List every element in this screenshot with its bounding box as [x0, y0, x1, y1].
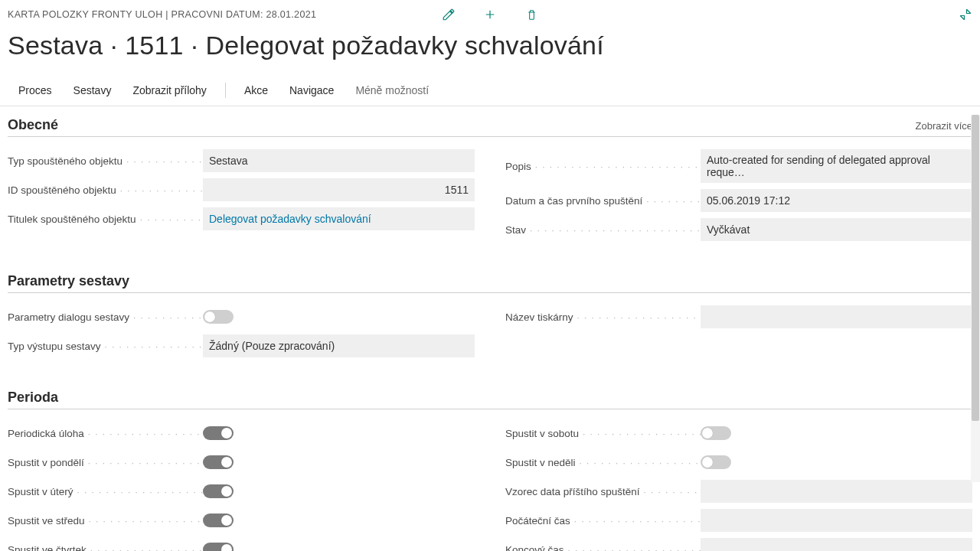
section-period-title: Perioda: [8, 390, 58, 406]
section-general-title: Obecné: [8, 117, 58, 133]
label-thu: Spustit ve čtvrtek: [8, 544, 203, 552]
label-sat: Spustit v sobotu: [505, 428, 701, 439]
section-period-header: Perioda: [8, 390, 972, 409]
add-icon[interactable]: [482, 7, 498, 22]
label-id-objektu: ID spouštěného objektu: [8, 184, 203, 196]
action-sestavy[interactable]: Sestavy: [63, 77, 122, 104]
value-pocat[interactable]: [701, 509, 972, 532]
value-vystup[interactable]: Žádný (Pouze zpracování): [203, 334, 475, 357]
section-general-header: Obecné Zobrazit více: [8, 117, 972, 137]
breadcrumb: KARTA POLOZKY FRONTY ULOH | PRACOVNI DAT…: [8, 9, 316, 20]
label-tiskarna: Název tiskárny: [505, 311, 701, 323]
label-wed: Spustit ve středu: [8, 515, 203, 527]
label-datum: Datum a čas prvního spuštění: [505, 195, 701, 207]
label-periodic: Periodická úloha: [8, 428, 203, 439]
page-title: Sestava · 1511 · Delegovat požadavky sch…: [0, 26, 980, 74]
action-proces[interactable]: Proces: [8, 77, 63, 104]
collapse-icon[interactable]: [959, 8, 972, 21]
label-sun: Spustit v neděli: [505, 457, 701, 468]
scrollbar-thumb[interactable]: [972, 115, 979, 421]
value-popis[interactable]: Auto-created for sending of delegated ap…: [701, 149, 972, 183]
value-id-objektu[interactable]: 1511: [203, 178, 475, 201]
label-typ-objektu: Typ spouštěného objektu: [8, 155, 203, 167]
toggle-wed[interactable]: [203, 514, 234, 527]
toggle-thu[interactable]: [203, 543, 234, 551]
toggle-periodic[interactable]: [203, 426, 234, 440]
value-typ-objektu[interactable]: Sestava: [203, 149, 475, 172]
value-datum[interactable]: 05.06.2019 17:12: [701, 189, 972, 212]
label-vzorec: Vzorec data příštího spuštění: [505, 486, 701, 497]
label-popis: Popis: [505, 161, 701, 172]
toggle-tue[interactable]: [203, 484, 234, 498]
divider: [225, 83, 226, 98]
value-vzorec[interactable]: [701, 480, 972, 503]
value-konc[interactable]: [701, 538, 972, 551]
label-tue: Spustit v úterý: [8, 486, 203, 497]
label-dialog: Parametry dialogu sestavy: [8, 311, 203, 323]
delete-icon[interactable]: [524, 7, 539, 22]
content-area: Obecné Zobrazit více Typ spouštěného obj…: [0, 106, 980, 551]
toggle-sun[interactable]: [701, 455, 731, 469]
value-stav[interactable]: Vyčkávat: [701, 218, 972, 241]
section-params-title: Parametry sestavy: [8, 273, 129, 289]
toggle-sat[interactable]: [701, 426, 731, 440]
action-navigace[interactable]: Navigace: [279, 77, 345, 104]
show-more-link[interactable]: Zobrazit více: [916, 120, 972, 132]
label-mon: Spustit v pondělí: [8, 457, 203, 468]
action-bar: Proces Sestavy Zobrazit přílohy Akce Nav…: [0, 74, 980, 106]
toggle-mon[interactable]: [203, 455, 234, 469]
value-titulek[interactable]: Delegovat požadavky schvalování: [203, 207, 475, 230]
label-konc: Koncový čas: [505, 544, 701, 552]
label-titulek: Titulek spouštěného objektu: [8, 214, 203, 225]
action-prilohy[interactable]: Zobrazit přílohy: [122, 77, 217, 104]
toggle-dialog[interactable]: [203, 310, 234, 324]
value-tiskarna[interactable]: [701, 305, 972, 328]
action-akce[interactable]: Akce: [234, 77, 279, 104]
action-more[interactable]: Méně možností: [345, 77, 439, 104]
label-vystup: Typ výstupu sestavy: [8, 341, 203, 352]
section-params-header: Parametry sestavy: [8, 273, 972, 293]
edit-icon[interactable]: [441, 7, 456, 22]
label-pocat: Počáteční čas: [505, 515, 701, 527]
scrollbar-track[interactable]: [971, 115, 980, 482]
label-stav: Stav: [505, 224, 701, 236]
